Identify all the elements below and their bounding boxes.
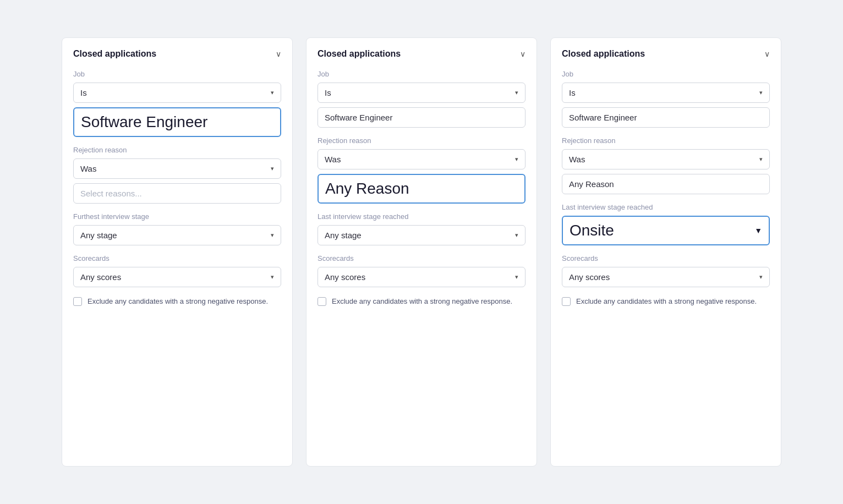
- job-operator-arrow-1: ▾: [271, 89, 274, 96]
- rejection-label-2: Rejection reason: [318, 136, 525, 145]
- rejection-operator-arrow-3: ▾: [759, 156, 763, 163]
- stage-value-1: Any stage: [80, 231, 117, 240]
- rejection-section-3: Rejection reason Was ▾ Any Reason: [562, 136, 770, 194]
- job-operator-value-2: Is: [325, 88, 331, 97]
- scorecards-label-1: Scorecards: [73, 254, 281, 262]
- chevron-down-icon-1[interactable]: ∨: [276, 50, 281, 58]
- stage-value-3: Onsite: [570, 222, 614, 239]
- job-operator-arrow-3: ▾: [759, 89, 763, 96]
- scorecards-select-2[interactable]: Any scores ▾: [318, 267, 525, 287]
- exclude-checkbox-2[interactable]: [318, 297, 326, 306]
- scorecards-arrow-2: ▾: [515, 273, 518, 281]
- card-title-3: Closed applications: [562, 49, 645, 59]
- job-value-input-1[interactable]: Software Engineer: [73, 107, 281, 137]
- rejection-operator-select-3[interactable]: Was ▾: [562, 149, 770, 169]
- stage-label-1: Furthest interview stage: [73, 212, 281, 221]
- scorecards-arrow-1: ▾: [271, 273, 274, 281]
- card-header-1: Closed applications ∨: [73, 49, 281, 59]
- card-header-2: Closed applications ∨: [318, 49, 525, 59]
- stage-select-1[interactable]: Any stage ▾: [73, 225, 281, 245]
- checkbox-row-2: Exclude any candidates with a strong neg…: [318, 296, 525, 307]
- stage-select-3[interactable]: Onsite ▼: [562, 216, 770, 245]
- stage-select-2[interactable]: Any stage ▾: [318, 225, 525, 245]
- chevron-down-icon-3[interactable]: ∨: [764, 50, 770, 58]
- rejection-section-2: Rejection reason Was ▾ Any Reason: [318, 136, 525, 204]
- scorecards-label-2: Scorecards: [318, 254, 525, 262]
- stage-label-2: Last interview stage reached: [318, 212, 525, 221]
- rejection-label-1: Rejection reason: [73, 146, 281, 154]
- scorecards-section-2: Scorecards Any scores ▾: [318, 254, 525, 287]
- stage-arrow-2: ▾: [515, 232, 518, 239]
- job-operator-arrow-2: ▾: [515, 89, 518, 96]
- job-operator-value-1: Is: [80, 88, 87, 97]
- exclude-checkbox-3[interactable]: [562, 297, 571, 306]
- filter-card-2: Closed applications ∨ Job Is ▾ Software …: [306, 37, 537, 467]
- scorecards-label-3: Scorecards: [562, 254, 770, 262]
- exclude-label-2: Exclude any candidates with a strong neg…: [332, 296, 512, 307]
- stage-section-2: Last interview stage reached Any stage ▾: [318, 212, 525, 245]
- scorecards-arrow-3: ▾: [759, 273, 763, 281]
- job-value-input-3[interactable]: Software Engineer: [562, 107, 770, 128]
- filter-card-1: Closed applications ∨ Job Is ▾ Software …: [62, 37, 293, 467]
- job-value-input-2[interactable]: Software Engineer: [318, 107, 525, 128]
- job-section-3: Job Is ▾ Software Engineer: [562, 70, 770, 128]
- job-label-1: Job: [73, 70, 281, 78]
- rejection-section-1: Rejection reason Was ▾ Select reasons...: [73, 146, 281, 204]
- checkbox-row-3: Exclude any candidates with a strong neg…: [562, 296, 770, 307]
- scorecards-value-2: Any scores: [325, 272, 365, 282]
- filter-card-3: Closed applications ∨ Job Is ▾ Software …: [550, 37, 781, 467]
- rejection-operator-select-1[interactable]: Was ▾: [73, 158, 281, 179]
- job-section-1: Job Is ▾ Software Engineer: [73, 70, 281, 137]
- rejection-operator-arrow-2: ▾: [515, 156, 518, 163]
- stage-arrow-1: ▾: [271, 232, 274, 239]
- rejection-label-3: Rejection reason: [562, 136, 770, 145]
- stage-section-3: Last interview stage reached Onsite ▼: [562, 203, 770, 245]
- scorecards-section-1: Scorecards Any scores ▾: [73, 254, 281, 287]
- rejection-value-input-2[interactable]: Any Reason: [318, 174, 525, 204]
- exclude-label-3: Exclude any candidates with a strong neg…: [576, 296, 757, 307]
- stage-value-2: Any stage: [325, 231, 362, 240]
- card-title-2: Closed applications: [318, 49, 401, 59]
- exclude-label-1: Exclude any candidates with a strong neg…: [87, 296, 268, 307]
- rejection-operator-arrow-1: ▾: [271, 165, 274, 172]
- stage-label-3: Last interview stage reached: [562, 203, 770, 211]
- scorecards-value-3: Any scores: [569, 272, 610, 282]
- card-title-1: Closed applications: [73, 49, 156, 59]
- rejection-operator-select-2[interactable]: Was ▾: [318, 149, 525, 169]
- job-operator-select-2[interactable]: Is ▾: [318, 83, 525, 103]
- scorecards-value-1: Any scores: [80, 272, 121, 282]
- rejection-operator-value-2: Was: [325, 155, 341, 164]
- job-operator-select-3[interactable]: Is ▾: [562, 83, 770, 103]
- stage-section-1: Furthest interview stage Any stage ▾: [73, 212, 281, 245]
- scorecards-select-1[interactable]: Any scores ▾: [73, 267, 281, 287]
- exclude-checkbox-1[interactable]: [73, 297, 82, 306]
- scorecards-section-3: Scorecards Any scores ▾: [562, 254, 770, 287]
- job-operator-value-3: Is: [569, 88, 576, 97]
- rejection-operator-value-3: Was: [569, 155, 585, 164]
- rejection-operator-value-1: Was: [80, 164, 96, 173]
- job-label-3: Job: [562, 70, 770, 78]
- job-section-2: Job Is ▾ Software Engineer: [318, 70, 525, 128]
- stage-arrow-3: ▼: [754, 226, 762, 235]
- chevron-down-icon-2[interactable]: ∨: [520, 50, 525, 58]
- card-header-3: Closed applications ∨: [562, 49, 770, 59]
- checkbox-row-1: Exclude any candidates with a strong neg…: [73, 296, 281, 307]
- job-operator-select-1[interactable]: Is ▾: [73, 83, 281, 103]
- rejection-value-input-1[interactable]: Select reasons...: [73, 183, 281, 204]
- scorecards-select-3[interactable]: Any scores ▾: [562, 267, 770, 287]
- rejection-value-input-3[interactable]: Any Reason: [562, 174, 770, 194]
- job-label-2: Job: [318, 70, 525, 78]
